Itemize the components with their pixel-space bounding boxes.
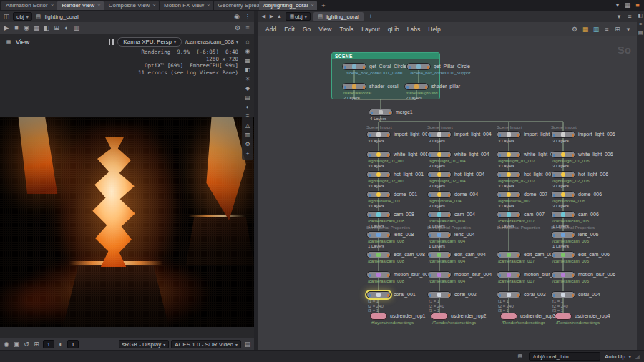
render-flag[interactable] [517,134,519,137]
render-flag[interactable] [517,214,519,217]
network-menu-icon[interactable]: ≡ [602,25,611,34]
camera-lock-icon[interactable]: ◉ [244,48,251,55]
display-flag[interactable] [409,66,411,69]
node-body[interactable] [551,251,575,258]
home-view-icon[interactable]: ⌂ [244,39,251,46]
node-body[interactable] [551,231,575,238]
node-body[interactable] [551,171,575,178]
display-transform-select[interactable]: ACES 1.0 - SDR Video ▾ [171,340,241,348]
menu-qlib[interactable]: qLib [384,24,403,34]
node-body[interactable] [366,151,391,158]
pane-menu-icon[interactable]: ≡ [625,12,634,21]
render-flag[interactable] [387,214,389,217]
menu-edit[interactable]: Edit [280,24,298,34]
render-flag[interactable] [448,234,450,237]
menu-add[interactable]: Add [262,24,280,34]
node-body[interactable] [431,313,448,320]
render-flag[interactable] [517,194,519,197]
display-flag[interactable] [499,254,501,257]
display-flag[interactable] [369,274,371,277]
node-body[interactable] [551,131,575,138]
display-flag[interactable] [371,112,373,114]
display-flag[interactable] [499,194,501,197]
node-body[interactable] [406,63,431,70]
display-flag[interactable] [429,254,431,257]
tile-view-icon[interactable]: ⊞ [52,24,61,32]
render-flag[interactable] [448,154,450,157]
material-preview-icon[interactable]: ◆ [244,85,251,92]
lighting-toggle-icon[interactable]: ☀ [244,76,251,83]
render-flag[interactable] [387,194,389,197]
node-body[interactable] [551,151,575,158]
node-body[interactable] [551,191,575,198]
display-flag[interactable] [344,66,346,69]
context-chip[interactable]: ▦ obj ▾ [286,12,311,21]
node-body[interactable] [497,211,521,218]
exposure-icon[interactable]: ◐ [57,340,65,348]
node-body[interactable] [427,191,452,198]
render-flag[interactable] [572,154,574,157]
status-node-path[interactable]: /obj/coral_thin... [529,352,600,361]
network-settings-icon[interactable]: ⚙ [570,25,579,34]
new-network-tab-icon[interactable]: + [366,12,375,21]
node-body[interactable] [427,251,452,258]
render-flag[interactable] [572,254,574,257]
region-render-icon[interactable]: ▦ [32,24,41,32]
display-flag[interactable] [499,274,501,277]
render-flag[interactable] [387,294,389,297]
render-flag[interactable] [387,134,389,137]
exposure-toggle-icon[interactable]: ◐ [62,24,71,32]
node-body[interactable] [369,109,393,116]
node-body[interactable] [497,251,521,258]
render-flag[interactable] [448,214,450,217]
render-flag[interactable] [363,86,365,89]
display-flag[interactable] [553,234,555,237]
display-flag[interactable] [369,154,371,157]
render-flag[interactable] [387,274,389,277]
channel-view-icon[interactable]: ▥ [72,24,81,32]
menu-layout[interactable]: Layout [358,24,384,34]
hide-shelf-icon[interactable]: ■ [633,1,642,9]
auto-update-select[interactable]: Auto Up ▾ [605,353,631,360]
resize-grip[interactable]: ◢ [635,353,640,360]
display-flag[interactable] [499,134,501,137]
display-flag[interactable] [429,214,431,217]
render-options-menu-icon[interactable]: ≡ [243,24,252,32]
colorspace-select[interactable]: sRGB - Display ▾ [119,340,170,348]
compare-icon[interactable]: ▣ [12,340,21,348]
render-flag[interactable] [387,174,389,177]
render-flag[interactable] [572,214,574,217]
node-body[interactable] [427,171,452,178]
display-flag[interactable] [429,194,431,197]
takes-panel-icon[interactable]: ▤ [638,30,643,36]
node-body[interactable] [427,151,452,158]
render-flag[interactable] [363,66,365,69]
pane-tab-animation-editor[interactable]: Animation Editor× [1,1,57,10]
node-body[interactable] [497,131,521,138]
close-tab-icon[interactable]: × [207,2,210,9]
node-body[interactable] [497,291,521,298]
display-flag[interactable] [369,234,371,237]
close-tab-icon[interactable]: × [152,2,156,9]
close-tab-icon[interactable]: × [311,2,314,9]
node-body[interactable] [551,291,575,298]
camera-selector[interactable]: /cameras/cam_008 ▾ [185,39,238,45]
node-body[interactable] [366,131,391,138]
node-body[interactable] [366,291,391,298]
close-tab-icon[interactable]: × [97,2,101,9]
display-flag[interactable] [499,214,501,217]
render-flag[interactable] [572,134,574,137]
render-settings-gear-icon[interactable]: ⚙ [233,24,242,32]
render-flag[interactable] [572,294,574,297]
aov-list-icon[interactable]: ▥ [244,132,251,139]
split-compare-icon[interactable]: ◧ [42,24,51,32]
display-flag[interactable] [429,294,431,297]
node-body[interactable] [427,131,452,138]
snap-grid-icon[interactable]: ▦ [581,25,590,34]
render-flag[interactable] [448,254,450,257]
display-flag[interactable] [553,194,555,197]
snapshot-gallery-icon[interactable]: ◉ [2,340,11,348]
render-flag[interactable] [517,154,519,157]
display-flag[interactable] [553,214,555,217]
pane-menu-icon[interactable]: ⋮ [243,12,252,21]
